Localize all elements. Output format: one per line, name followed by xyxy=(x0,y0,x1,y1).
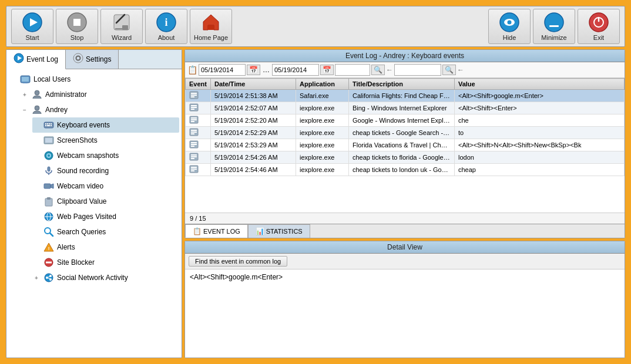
svg-rect-89 xyxy=(191,168,197,170)
tab-eventlog[interactable]: Event Log xyxy=(6,50,66,69)
bottom-tab-eventlog[interactable]: 📋 EVENT LOG xyxy=(185,224,248,238)
value-filter-icon[interactable]: 🔍 xyxy=(442,65,456,75)
bottom-eventlog-label: EVENT LOG xyxy=(203,228,240,235)
tree-item-clipboard[interactable]: Clipboard Value xyxy=(32,194,179,209)
arrow-icon: ← xyxy=(386,66,393,74)
find-event-button[interactable]: Find this event in common log xyxy=(189,256,287,267)
start-button[interactable]: Start xyxy=(11,9,53,44)
event-log-panel: Event Log - Andrey : Keyboard events 📋 📅… xyxy=(184,49,625,238)
value-filter-input[interactable] xyxy=(394,64,441,76)
minimize-label: Minimize xyxy=(541,34,566,41)
row-datetime: 5/19/2014 2:54:26 AM xyxy=(210,151,296,164)
tab-settings[interactable]: Settings xyxy=(66,50,119,69)
col-event: Event xyxy=(186,79,211,90)
calendar-from-icon[interactable]: 📅 xyxy=(247,65,260,75)
minimize-button[interactable]: Minimize xyxy=(533,9,575,44)
date-from-input[interactable] xyxy=(199,64,246,76)
screenshots-icon xyxy=(43,134,55,146)
hide-button[interactable]: Hide xyxy=(488,9,531,44)
svg-rect-90 xyxy=(191,170,194,171)
svg-point-27 xyxy=(35,90,39,95)
toolbar-right: Hide Minimize xyxy=(488,9,620,44)
table-row[interactable]: 5/19/2014 2:52:20 AMiexplore.exeGoogle -… xyxy=(186,114,625,127)
tree-item-webcam-video[interactable]: Webcam video xyxy=(32,178,179,194)
right-panel: Event Log - Andrey : Keyboard events 📋 📅… xyxy=(184,49,625,358)
svg-rect-72 xyxy=(191,117,197,119)
exit-icon xyxy=(588,12,609,33)
date-separator: … xyxy=(261,66,271,74)
tree-item-local-users[interactable]: Local Users xyxy=(9,72,179,87)
app-filter-input[interactable] xyxy=(335,64,370,76)
tree-item-alerts[interactable]: ! Alerts xyxy=(32,240,179,255)
wizard-button[interactable]: Wizard xyxy=(100,9,143,44)
webcam-snapshots-icon xyxy=(43,150,55,161)
calendar-to-icon[interactable]: 📅 xyxy=(320,65,334,75)
svg-text:i: i xyxy=(165,16,167,28)
svg-rect-70 xyxy=(191,109,194,110)
web-pages-icon xyxy=(43,211,55,223)
left-panel-tabs: Event Log Settings xyxy=(6,50,182,69)
table-row[interactable]: 5/19/2014 2:52:07 AMiexplore.exeBing - W… xyxy=(186,102,625,114)
event-log-title: Event Log - Andrey : Keyboard events xyxy=(185,50,625,62)
tree-item-keyboard-events[interactable]: Keyboard events xyxy=(32,117,179,133)
homepage-button[interactable]: Home Page xyxy=(190,9,232,44)
content-area: Event Log Settings Local Users xyxy=(6,49,625,358)
sound-recording-icon xyxy=(43,165,55,177)
row-application: iexplore.exe xyxy=(296,164,348,176)
svg-rect-81 xyxy=(191,144,197,145)
administrator-label: Administrator xyxy=(45,90,87,99)
row-title: Google - Windows Internet Explore xyxy=(348,114,454,127)
svg-rect-76 xyxy=(191,130,197,131)
tree-item-social-network[interactable]: + Social Network Activity xyxy=(32,270,179,285)
row-value: che xyxy=(454,114,624,127)
tree-item-andrey[interactable]: − Andrey xyxy=(21,102,179,117)
row-event-icon xyxy=(186,127,211,139)
tree-item-site-blocker[interactable]: Site Blocker xyxy=(32,255,179,270)
search-icon xyxy=(43,226,55,238)
col-title[interactable]: Title/Description xyxy=(348,79,454,90)
col-datetime[interactable]: Date/Time xyxy=(210,79,296,90)
tree-item-search-queries[interactable]: Search Queries xyxy=(32,224,179,240)
tree-item-web-pages[interactable]: Web Pages Visited xyxy=(32,209,179,224)
row-application: Safari.exe xyxy=(296,90,348,102)
svg-rect-85 xyxy=(191,156,197,157)
start-icon xyxy=(22,12,43,33)
row-datetime: 5/19/2014 2:52:29 AM xyxy=(210,127,296,139)
tree-item-administrator[interactable]: + Administrator xyxy=(21,87,179,102)
tree-item-webcam-snapshots[interactable]: Webcam snapshots xyxy=(32,148,179,163)
stop-button[interactable]: Stop xyxy=(56,9,98,44)
col-application[interactable]: Application xyxy=(296,79,348,90)
wizard-icon xyxy=(111,12,132,33)
svg-rect-88 xyxy=(191,167,197,168)
svg-rect-86 xyxy=(191,158,194,159)
exit-button[interactable]: Exit xyxy=(578,9,620,44)
col-value[interactable]: Value xyxy=(454,79,624,90)
webcam-video-icon xyxy=(43,180,55,192)
svg-rect-36 xyxy=(51,125,52,126)
row-value: <Alt><Shift><Enter> xyxy=(454,102,624,114)
web-pages-label: Web Pages Visited xyxy=(57,213,116,221)
keyboard-events-label: Keyboard events xyxy=(57,121,110,129)
svg-point-17 xyxy=(589,13,608,32)
row-datetime: 5/19/2014 2:52:20 AM xyxy=(210,114,296,127)
about-button[interactable]: i About xyxy=(145,9,187,44)
keyboard-icon xyxy=(43,119,55,131)
table-row[interactable]: 5/19/2014 2:52:29 AMiexplore.execheap ti… xyxy=(186,127,625,139)
wizard-label: Wizard xyxy=(112,34,132,41)
tree-item-screenshots[interactable]: ScreenShots xyxy=(32,133,179,148)
table-row[interactable]: 5/19/2014 2:51:38 AMSafari.exeCalifornia… xyxy=(186,90,625,102)
table-row[interactable]: 5/19/2014 2:53:29 AMiexplore.exeFlorida … xyxy=(186,139,625,151)
date-to-input[interactable] xyxy=(272,64,319,76)
svg-rect-33 xyxy=(51,123,52,124)
hide-label: Hide xyxy=(503,34,516,41)
minimize-icon xyxy=(543,12,565,33)
bottom-tab-statistics[interactable]: 📊 STATISTICS xyxy=(248,224,310,238)
stop-label: Stop xyxy=(71,34,84,41)
social-network-label: Social Network Activity xyxy=(57,274,128,282)
app-filter-icon[interactable]: 🔍 xyxy=(371,65,385,75)
about-icon: i xyxy=(156,12,177,33)
table-row[interactable]: 5/19/2014 2:54:46 AMiexplore.execheap ti… xyxy=(186,164,625,176)
tree-item-sound-recording[interactable]: Sound recording xyxy=(32,163,179,178)
sound-recording-label: Sound recording xyxy=(57,167,109,175)
table-row[interactable]: 5/19/2014 2:54:26 AMiexplore.execheap ti… xyxy=(186,151,625,164)
